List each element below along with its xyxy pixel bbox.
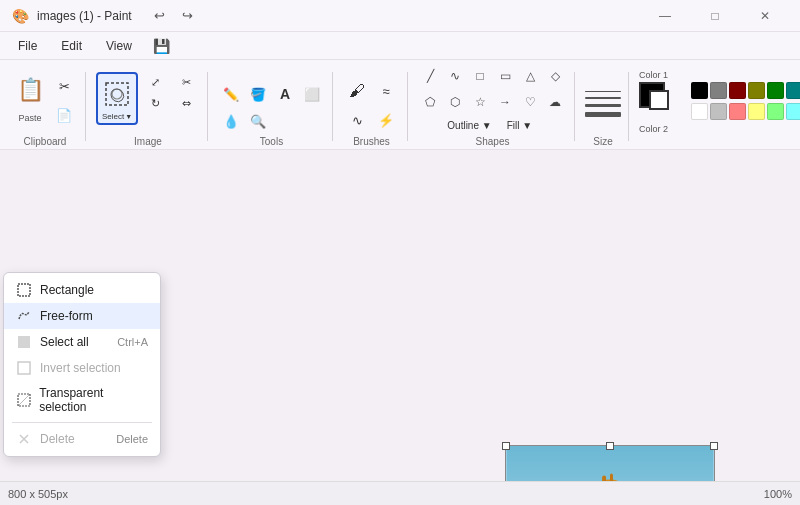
swatch-15[interactable] [710,103,727,120]
svg-rect-24 [18,336,24,342]
dropdown-item-transparent[interactable]: Transparent selection [4,381,160,419]
flip-button[interactable]: ⇔ [172,93,200,113]
brushes-grid: 🖌 ≈ ∿ ⚡ [343,77,400,134]
roundrect-shape[interactable]: ▭ [493,64,517,88]
handle-top-middle[interactable] [606,442,614,450]
select-icon-area [99,76,135,112]
color-boxes[interactable] [639,82,677,120]
undo-button[interactable]: ↩ [148,4,172,28]
pentagon-shape[interactable]: ⬠ [418,90,442,114]
swatch-16[interactable] [729,103,746,120]
colorpicker-tool[interactable]: 💧 [218,108,244,134]
size-line-2[interactable] [585,97,621,99]
window-controls: — □ ✕ [642,0,788,32]
swatch-3[interactable] [748,82,765,99]
dropdown-item-freeform[interactable]: Free-form [4,303,160,329]
selection-icon [103,80,131,108]
cut-button[interactable]: ✂ [50,72,78,100]
svg-rect-27 [24,342,30,348]
magnify-tool[interactable]: 🔍 [245,108,271,134]
line-shape[interactable]: ╱ [418,64,442,88]
fill-tool[interactable]: 🪣 [245,81,271,107]
rect-shape[interactable]: □ [468,64,492,88]
delete-icon [16,431,32,447]
status-zoom: 100% [764,488,792,500]
dropdown-item-delete: Delete Delete [4,426,160,452]
eraser-tool[interactable]: ⬜ [299,81,325,107]
dropdown-item-selectall[interactable]: Select all Ctrl+A [4,329,160,355]
handle-top-right[interactable] [710,442,718,450]
svg-rect-28 [18,362,30,374]
status-bar: 800 x 505px 100% [0,481,800,505]
colors-section: Color 1 Color 2 [631,64,800,149]
invert-label: Invert selection [40,361,121,375]
triangle-shape[interactable]: △ [518,64,542,88]
resize-button[interactable]: ⤢ [141,72,169,92]
brush-1[interactable]: 🖌 [343,77,371,105]
canvas-area: Rectangle Free-form Select all Ctrl+A [0,150,800,481]
rectangle-label: Rectangle [40,283,94,297]
swatch-2[interactable] [729,82,746,99]
text-tool[interactable]: A [272,81,298,107]
invert-icon [16,360,32,376]
color2-label: Color 2 [639,124,681,134]
star-shape[interactable]: ☆ [468,90,492,114]
color2-box[interactable] [649,90,669,110]
brush-2[interactable]: ≈ [372,77,400,105]
pencil-tool[interactable]: ✏️ [218,81,244,107]
cloud-shape[interactable]: ☁ [543,90,567,114]
minimize-button[interactable]: — [642,0,688,32]
shapes-area: ╱ ∿ □ ▭ △ ◇ ⬠ ⬡ ☆ → ♡ ☁ [418,64,567,114]
swatch-4[interactable] [767,82,784,99]
select-button-outer[interactable]: Select ▼ [96,72,138,125]
svg-rect-23 [18,284,30,296]
crop-button[interactable]: ✂ [172,72,200,92]
outline-picker[interactable]: Outline ▼ [444,116,496,134]
swatch-1[interactable] [710,82,727,99]
arrow-shape[interactable]: → [493,90,517,114]
selection-dropdown: Rectangle Free-form Select all Ctrl+A [3,272,161,457]
dropdown-item-rectangle[interactable]: Rectangle [4,277,160,303]
menu-view[interactable]: View [96,36,142,56]
size-line-4[interactable] [585,112,621,117]
image-section: Select ▼ ⤢ ↻ ✂ ⇔ Image [88,64,208,149]
image-tools: Select ▼ ⤢ ↻ ✂ ⇔ [96,68,200,134]
swatch-0[interactable] [691,82,708,99]
menu-file[interactable]: File [8,36,47,56]
brush-4[interactable]: ⚡ [372,106,400,134]
menu-edit[interactable]: Edit [51,36,92,56]
svg-rect-11 [610,474,613,481]
size-line-3[interactable] [585,104,621,107]
swatch-18[interactable] [767,103,784,120]
status-dimensions: 800 x 505px [8,488,68,500]
diamond-shape[interactable]: ◇ [543,64,567,88]
swatch-17[interactable] [748,103,765,120]
image-label: Image [134,136,162,147]
copy-button[interactable]: 📄 [50,101,78,129]
curve-shape[interactable]: ∿ [443,64,467,88]
heart-shape[interactable]: ♡ [518,90,542,114]
fill-picker[interactable]: Fill ▼ [498,116,542,134]
clipboard-section: 📋 Paste ✂ 📄 Clipboard [4,64,86,149]
maximize-button[interactable]: □ [692,0,738,32]
close-button[interactable]: ✕ [742,0,788,32]
paste-button[interactable]: 📋 [12,68,48,112]
svg-rect-26 [18,342,24,348]
giraffe-image-frame[interactable] [505,445,715,481]
redo-button[interactable]: ↪ [176,4,200,28]
image-buttons-2: ✂ ⇔ [172,72,200,113]
brush-3[interactable]: ∿ [343,106,371,134]
rotate-button[interactable]: ↻ [141,93,169,113]
swatch-5[interactable] [786,82,800,99]
handle-top-left[interactable] [502,442,510,450]
size-line-1[interactable] [585,91,621,92]
swatch-19[interactable] [786,103,800,120]
rectangle-icon [16,282,32,298]
colors-area: Color 1 Color 2 [639,70,800,134]
hexagon-shape[interactable]: ⬡ [443,90,467,114]
shapes-row-2: ⬠ ⬡ ☆ → ♡ ☁ [418,90,567,114]
swatch-14[interactable] [691,103,708,120]
color1-label: Color 1 [639,70,681,80]
save-button[interactable]: 💾 [150,34,174,58]
brushes-section: 🖌 ≈ ∿ ⚡ Brushes [335,64,408,149]
